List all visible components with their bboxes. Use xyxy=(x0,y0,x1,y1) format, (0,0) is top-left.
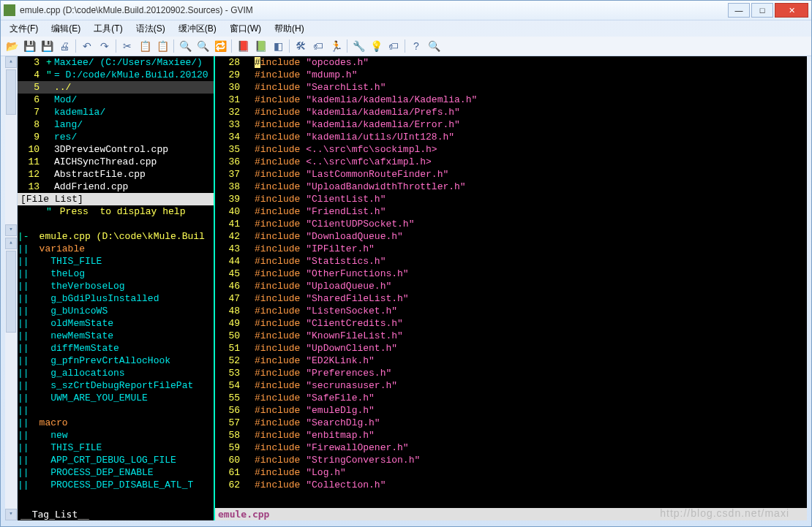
code-line[interactable]: 36#include <..\src\mfc\afximpl.h> xyxy=(215,156,807,168)
scroll-thumb[interactable] xyxy=(6,251,16,333)
highlight-icon[interactable]: 💡 xyxy=(369,39,383,53)
minimize-button[interactable]: — xyxy=(728,3,750,18)
code-line[interactable]: 53#include "Preferences.h" xyxy=(215,367,807,379)
tag-item[interactable]: || g_pfnPrevCrtAllocHook xyxy=(18,355,214,367)
code-line[interactable]: 103DPreviewControl.cpp xyxy=(18,143,214,156)
tag-item[interactable]: || new xyxy=(18,429,214,441)
code-line[interactable]: 43#include "IPFilter.h" xyxy=(215,243,807,255)
help-icon[interactable]: ? xyxy=(410,39,423,53)
code-line[interactable]: 11AICHSyncThread.cpp xyxy=(18,156,214,168)
scroll-up-icon[interactable]: ▴ xyxy=(5,238,17,249)
tag-item[interactable]: || UWM_ARE_YOU_EMULE xyxy=(18,392,214,404)
search-icon[interactable]: 🔍 xyxy=(427,39,440,53)
tag-item[interactable]: || theVerboseLog xyxy=(18,280,214,292)
paste-icon[interactable]: 📋 xyxy=(156,39,169,53)
tag-item[interactable]: || THIS_FILE xyxy=(18,441,214,454)
code-line[interactable]: 46#include "UploadQueue.h" xyxy=(215,280,807,292)
code-line[interactable]: 62#include "Collection.h" xyxy=(215,479,807,491)
code-line[interactable]: 35#include <..\src\mfc\sockimpl.h> xyxy=(215,143,807,156)
code-line[interactable]: 38#include "UploadBandwidthThrottler.h" xyxy=(215,181,807,193)
code-line[interactable]: 7kademlia/ xyxy=(18,106,214,118)
tag-item[interactable]: || variable xyxy=(18,243,214,255)
code-line[interactable]: 28#include "opcodes.h" xyxy=(215,56,807,69)
tag-item[interactable]: || g_allocations xyxy=(18,367,214,379)
code-line[interactable]: 9res/ xyxy=(18,131,214,143)
code-line[interactable]: 33#include "kademlia/kademlia/Error.h" xyxy=(215,118,807,131)
menu-help[interactable]: 帮助(H) xyxy=(268,21,310,37)
print-icon[interactable]: 🖨 xyxy=(58,39,71,53)
replace-icon[interactable]: 🔁 xyxy=(214,39,227,53)
redo-icon[interactable]: ↷ xyxy=(98,39,111,53)
saveall-icon[interactable]: 💾 xyxy=(40,39,53,53)
find-icon[interactable]: 🔍 xyxy=(178,39,192,53)
code-line[interactable]: 59#include "FirewallOpener.h" xyxy=(215,441,807,454)
code-line[interactable]: 49#include "ClientCredits.h" xyxy=(215,317,807,330)
code-line[interactable]: 39#include "ClientList.h" xyxy=(215,193,807,205)
titlebar[interactable]: emule.cpp (D:\code\kMule.Build.20120902.… xyxy=(1,1,811,20)
open-icon[interactable]: 📂 xyxy=(5,39,18,53)
tag-item[interactable]: || PROCESS_DEP_ENABLE xyxy=(18,466,214,479)
left-pane[interactable]: 3+Maxiee/ (C:/Users/Maxiee/)4"= D:/code/… xyxy=(18,56,214,520)
copy-icon[interactable]: 📋 xyxy=(138,39,151,53)
make-icon[interactable]: 🛠 xyxy=(294,39,307,53)
code-line[interactable]: 4"= D:/code/kMule.Build.20120 xyxy=(18,69,214,81)
left-scrollbar[interactable]: ▴ ▾ ▴ ▾ xyxy=(5,56,18,520)
code-line[interactable]: 50#include "KnownFileList.h" xyxy=(215,330,807,342)
code-line[interactable]: 31#include "kademlia/kademlia/Kademlia.h… xyxy=(215,94,807,106)
book-icon[interactable]: 📕 xyxy=(236,39,249,53)
scroll-up-icon[interactable]: ▴ xyxy=(5,56,17,68)
undo-icon[interactable]: ↶ xyxy=(80,39,94,53)
code-line[interactable]: 58#include "enbitmap.h" xyxy=(215,429,807,441)
code-line[interactable]: 34#include "kademlia/utils/UInt128.h" xyxy=(215,131,807,143)
code-line[interactable]: 56#include "emuleDlg.h" xyxy=(215,404,807,417)
code-line[interactable]: 13AddFriend.cpp xyxy=(18,181,214,193)
code-line[interactable]: 5../ xyxy=(18,81,214,94)
tag-item[interactable]: || oldMemState xyxy=(18,317,214,330)
code-line[interactable]: " Press to display help xyxy=(18,205,214,218)
tag-item[interactable]: || newMemState xyxy=(18,330,214,342)
tag-icon[interactable]: 🏷 xyxy=(387,39,400,53)
book2-icon[interactable]: 📗 xyxy=(254,39,267,53)
menu-syntax[interactable]: 语法(S) xyxy=(130,21,171,37)
code-line[interactable]: 6Mod/ xyxy=(18,94,214,106)
save-icon[interactable]: 💾 xyxy=(23,39,36,53)
close-button[interactable]: ✕ xyxy=(775,3,808,18)
code-line[interactable]: 3+Maxiee/ (C:/Users/Maxiee/) xyxy=(18,56,214,69)
scroll-down-icon[interactable]: ▾ xyxy=(5,509,17,520)
code-line[interactable]: 42#include "DownloadQueue.h" xyxy=(215,230,807,243)
code-line[interactable]: 8lang/ xyxy=(18,118,214,131)
code-line[interactable]: 12AbstractFile.cpp xyxy=(18,168,214,181)
menu-window[interactable]: 窗口(W) xyxy=(224,21,267,37)
tag-item[interactable]: || PROCESS_DEP_DISABLE_ATL_T xyxy=(18,479,214,491)
tag-item[interactable]: || s_szCrtDebugReportFilePat xyxy=(18,379,214,392)
scroll-thumb[interactable] xyxy=(6,69,16,115)
menu-tools[interactable]: 工具(T) xyxy=(88,21,128,37)
code-line[interactable]: 40#include "FriendList.h" xyxy=(215,205,807,218)
tag-item[interactable]: || theLog xyxy=(18,268,214,280)
code-line[interactable]: 60#include "StringConversion.h" xyxy=(215,454,807,466)
code-line[interactable]: 47#include "SharedFileList.h" xyxy=(215,292,807,305)
code-line[interactable]: 51#include "UpDownClient.h" xyxy=(215,342,807,355)
code-line[interactable]: 57#include "SearchDlg.h" xyxy=(215,417,807,429)
maximize-button[interactable]: □ xyxy=(751,3,773,18)
code-line[interactable]: 52#include "ED2KLink.h" xyxy=(215,355,807,367)
eraser-icon[interactable]: ◧ xyxy=(271,39,285,53)
tag-item[interactable]: || diffMemState xyxy=(18,342,214,355)
code-line[interactable]: 32#include "kademlia/kademlia/Prefs.h" xyxy=(215,106,807,118)
code-line[interactable]: 61#include "Log.h" xyxy=(215,466,807,479)
tag-item[interactable]: || THIS_FILE xyxy=(18,255,214,268)
tag-item[interactable]: || g_bGdiPlusInstalled xyxy=(18,292,214,305)
code-line[interactable]: 45#include "OtherFunctions.h" xyxy=(215,268,807,280)
run-icon[interactable]: 🏃 xyxy=(329,39,342,53)
tag-item[interactable]: || g_bUnicoWS xyxy=(18,305,214,317)
tag-item[interactable]: || xyxy=(18,404,214,417)
code-line[interactable]: 44#include "Statistics.h" xyxy=(215,255,807,268)
findnext-icon[interactable]: 🔍 xyxy=(196,39,209,53)
menu-edit[interactable]: 编辑(E) xyxy=(45,21,86,37)
cut-icon[interactable]: ✂ xyxy=(121,39,134,53)
right-pane[interactable]: 28#include "opcodes.h"29#include "mdump.… xyxy=(214,56,807,520)
code-line[interactable]: 37#include "LastCommonRouteFinder.h" xyxy=(215,168,807,181)
tag-item[interactable]: || macro xyxy=(18,417,214,429)
code-line[interactable]: 55#include "SafeFile.h" xyxy=(215,392,807,404)
tag-item[interactable]: || APP_CRT_DEBUG_LOG_FILE xyxy=(18,454,214,466)
